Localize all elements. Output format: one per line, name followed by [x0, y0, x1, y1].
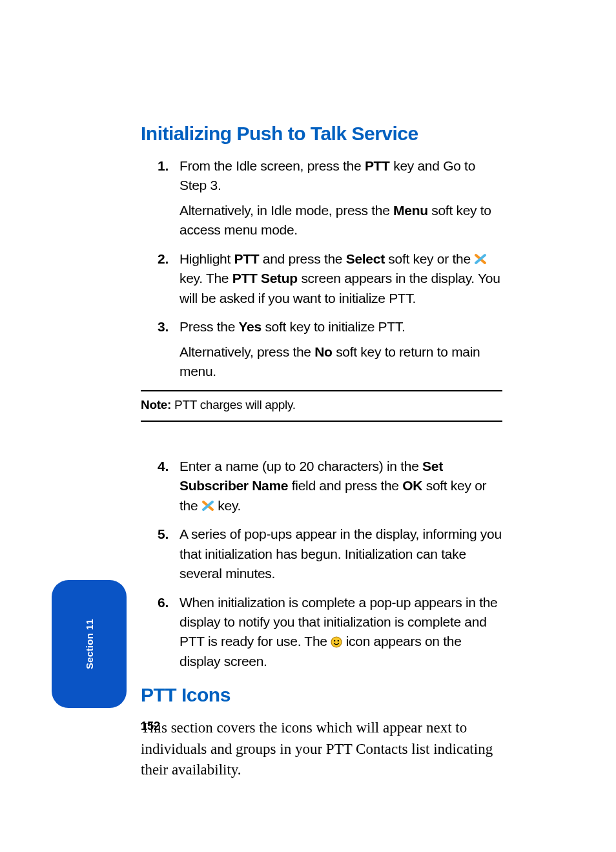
- bold: PTT Setup: [232, 271, 298, 286]
- step-number: 6.: [158, 593, 169, 612]
- step-number: 4.: [158, 457, 169, 476]
- step-1: 1. From the Idle screen, press the PTT k…: [180, 156, 502, 240]
- bold: Yes: [239, 319, 262, 334]
- steps-list-2: 4. Enter a name (up to 20 characters) in…: [141, 457, 502, 671]
- bold: No: [314, 344, 332, 359]
- svg-point-7: [338, 640, 339, 641]
- ptt-icons-intro: This section covers the icons which will…: [141, 718, 502, 780]
- svg-point-6: [334, 640, 335, 641]
- section-tab: Section 11: [52, 580, 127, 708]
- text: soft key or the: [385, 251, 474, 266]
- page-number: 152: [141, 720, 160, 733]
- text: field and press the: [288, 478, 402, 493]
- step-number: 1.: [158, 156, 169, 176]
- step-number: 3.: [158, 317, 169, 337]
- bold: Menu: [393, 203, 428, 218]
- bold: Select: [346, 251, 385, 266]
- step-3: 3. Press the Yes soft key to initialize …: [180, 317, 502, 381]
- heading-initializing: Initializing Push to Talk Service: [141, 123, 502, 145]
- text: key. The: [180, 271, 232, 286]
- text: Press the: [180, 319, 239, 334]
- text: Alternatively, press the: [180, 344, 314, 359]
- steps-list-1: 1. From the Idle screen, press the PTT k…: [141, 156, 502, 381]
- step-number: 5.: [158, 525, 169, 544]
- text: Highlight: [180, 251, 234, 266]
- text: Enter a name (up to 20 characters) in th…: [180, 459, 422, 473]
- text: Alternatively, in Idle mode, press the: [180, 203, 393, 218]
- text: key.: [214, 498, 241, 513]
- step-5: 5. A series of pop-ups appear in the dis…: [180, 525, 502, 583]
- page-content: Initializing Push to Talk Service 1. Fro…: [141, 123, 502, 780]
- note: Note: PTT charges will apply.: [141, 397, 502, 414]
- step-number: 2.: [158, 249, 169, 269]
- bold: PTT: [365, 158, 390, 173]
- step-6: 6. When initialization is complete a pop…: [180, 593, 502, 672]
- note-text: PTT charges will apply.: [171, 398, 296, 411]
- x-key-icon: [201, 500, 214, 512]
- note-rule-top: [141, 390, 502, 391]
- note-label: Note:: [141, 398, 171, 411]
- step-2: 2. Highlight PTT and press the Select so…: [180, 249, 502, 308]
- text: From the Idle screen, press the: [180, 158, 365, 173]
- section-tab-label: Section 11: [84, 619, 95, 669]
- text: A series of pop-ups appear in the displa…: [180, 526, 502, 581]
- text: and press the: [259, 251, 345, 266]
- step-4: 4. Enter a name (up to 20 characters) in…: [180, 457, 502, 515]
- text: soft key to initialize PTT.: [262, 319, 406, 334]
- bold: PTT: [234, 251, 260, 266]
- step-1-alt: Alternatively, in Idle mode, press the M…: [180, 201, 502, 240]
- step-3-alt: Alternatively, press the No soft key to …: [180, 342, 502, 382]
- x-key-icon: [474, 253, 487, 265]
- note-rule-bottom: [141, 421, 502, 422]
- smiley-icon: [331, 636, 342, 648]
- heading-ptt-icons: PTT Icons: [141, 684, 502, 706]
- bold: OK: [402, 478, 422, 493]
